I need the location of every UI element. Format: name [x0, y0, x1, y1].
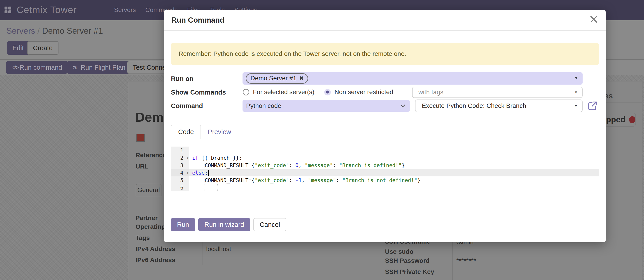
info-value: localhost — [206, 245, 231, 253]
chevron-down-icon: ▼ — [574, 90, 578, 94]
code-token: , — [302, 177, 308, 183]
server-tag-chip[interactable]: Demo Server #1 ✖ — [246, 73, 308, 84]
code-line-content[interactable] — [189, 184, 599, 191]
radio-option[interactable]: For selected server(s) — [243, 88, 314, 96]
reference-label: Reference — [136, 152, 166, 159]
remove-tag-icon[interactable]: ✖ — [299, 75, 304, 81]
code-line-content[interactable]: if {{ branch }}: — [189, 154, 599, 162]
status-label: pped — [606, 115, 626, 124]
breadcrumb: Servers / Demo Server #1 — [6, 26, 103, 36]
line-number: 5 — [180, 177, 189, 183]
indent-guide — [204, 177, 205, 183]
code-token: , — [298, 162, 305, 168]
gutter-cell[interactable]: 5 — [171, 176, 189, 184]
gutter-cell[interactable]: 1 — [171, 147, 189, 154]
code-line-content[interactable] — [189, 147, 599, 154]
external-link-icon[interactable] — [587, 100, 598, 111]
command-type-value: Python code — [246, 102, 281, 109]
with-tags-select[interactable]: with tags ▼ — [412, 87, 582, 98]
nav-item-servers[interactable]: Servers — [114, 6, 136, 14]
code-editor[interactable]: 12▾if {{ branch }}:3 COMMAND_RESULT={"ex… — [171, 147, 599, 191]
code-token: : — [204, 170, 208, 176]
code-line[interactable]: 1 — [171, 147, 599, 154]
code-token: if — [192, 155, 198, 161]
command-type-select[interactable]: Python code — [242, 100, 410, 112]
code-icon: </> — [12, 64, 19, 71]
info-value: ******** — [456, 257, 476, 264]
status-dot-icon — [629, 116, 636, 123]
chevron-down-icon[interactable]: ▼ — [574, 76, 578, 80]
run-flight-plan-label: Run Flight Plan — [80, 64, 125, 71]
command-select[interactable]: Execute Python Code: Check Branch ▼ — [415, 99, 582, 112]
cancel-button[interactable]: Cancel — [253, 218, 286, 231]
text-cursor — [208, 170, 209, 176]
info-label: IPv6 Address — [136, 256, 175, 264]
color-swatch[interactable] — [136, 134, 145, 142]
code-token: } — [402, 162, 405, 168]
code-token: "message" — [308, 177, 336, 183]
brand-title[interactable]: Cetmix Tower — [17, 5, 77, 15]
code-token: "message" — [305, 162, 333, 168]
code-token: "exit_code" — [255, 162, 289, 168]
info-label: IPv4 Address — [136, 245, 175, 253]
code-line-content[interactable]: COMMAND_RESULT={"exit_code": 0, "message… — [189, 162, 599, 169]
code-line[interactable]: 2▾if {{ branch }}: — [171, 154, 599, 162]
code-line[interactable]: 5 COMMAND_RESULT={"exit_code": -1, "mess… — [171, 176, 599, 184]
radio-option[interactable]: Non server restricted — [324, 88, 393, 96]
tab-preview[interactable]: Preview — [201, 125, 238, 139]
gutter-cell[interactable]: 4▾ — [171, 169, 189, 176]
radio-unselected-icon[interactable] — [243, 89, 249, 95]
info-label: Operating — [136, 223, 165, 230]
info-label: Tags — [136, 234, 150, 241]
code-token: : — [336, 177, 342, 183]
radio-selected-icon[interactable] — [324, 89, 331, 95]
tab-general[interactable]: General — [136, 184, 162, 196]
gutter-cell[interactable]: 2▾ — [171, 154, 189, 162]
fold-arrow-icon[interactable]: ▾ — [186, 171, 189, 175]
info-label: SSH Password — [385, 257, 430, 264]
fold-arrow-icon[interactable]: ▾ — [186, 156, 189, 160]
code-token: COMMAND_RESULT={ — [192, 162, 255, 168]
info-label: Partner — [136, 214, 158, 222]
gutter-cell[interactable]: 3 — [171, 162, 189, 169]
code-line-content[interactable]: else: — [189, 169, 599, 176]
footer-divider — [164, 211, 606, 211]
breadcrumb-current: Demo Server #1 — [42, 26, 103, 36]
code-line[interactable]: 4▾else: — [171, 169, 599, 176]
code-token: : — [333, 162, 339, 168]
gutter-cell[interactable]: 6 — [171, 184, 189, 191]
indent-guide — [217, 184, 218, 191]
run-command-label: Run command — [20, 64, 62, 71]
modal-title: Run Command — [172, 16, 224, 25]
code-token: "Branch is not defined!" — [342, 177, 417, 183]
python-warning-alert: Remember: Python code is executed on the… — [171, 43, 599, 65]
code-line[interactable]: 6 — [171, 184, 599, 191]
code-line[interactable]: 3 COMMAND_RESULT={"exit_code": 0, "messa… — [171, 162, 599, 169]
modal-header: Run Command × — [164, 10, 606, 31]
alert-text: Remember: Python code is executed on the… — [178, 50, 406, 57]
modal-footer: Run Run in wizard Cancel — [171, 218, 286, 231]
run-on-field[interactable]: Demo Server #1 ✖ ▼ — [242, 72, 582, 85]
code-token: COMMAND_RESULT={ — [192, 177, 255, 183]
tab-code[interactable]: Code — [171, 125, 201, 139]
column-divider — [452, 240, 452, 280]
radio-label: For selected server(s) — [253, 88, 314, 96]
create-button[interactable]: Create — [27, 41, 58, 55]
code-token: {{ branch }}: — [198, 155, 242, 161]
apps-grid-icon[interactable] — [4, 7, 11, 13]
run-command-button[interactable]: </> Run command — [6, 61, 68, 74]
run-flight-plan-button[interactable]: ✈ Run Flight Plan — [67, 61, 131, 74]
url-label: URL — [136, 163, 148, 170]
run-button[interactable]: Run — [171, 218, 195, 231]
breadcrumb-parent[interactable]: Servers — [6, 26, 35, 36]
info-label: SSH Private Key — [385, 268, 434, 275]
breadcrumb-separator: / — [35, 26, 42, 36]
close-icon[interactable]: × — [589, 12, 599, 26]
run-on-label: Run on — [171, 75, 194, 83]
indent-guide — [204, 184, 205, 191]
code-line-content[interactable]: COMMAND_RESULT={"exit_code": -1, "messag… — [189, 176, 599, 184]
run-in-wizard-button[interactable]: Run in wizard — [198, 218, 250, 231]
edit-button[interactable]: Edit — [7, 41, 29, 55]
line-number: 1 — [180, 148, 189, 153]
line-number: 3 — [180, 162, 189, 168]
